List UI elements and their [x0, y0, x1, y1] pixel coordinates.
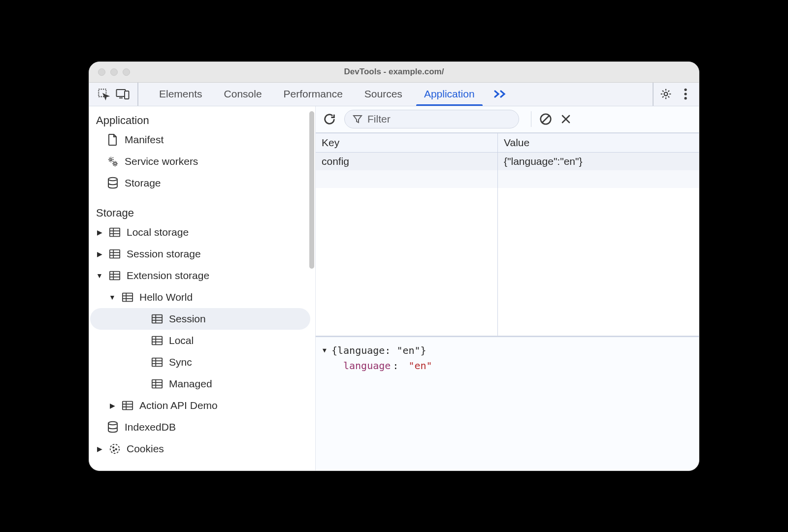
clear-all-icon[interactable] — [539, 113, 552, 125]
table-header: Key Value — [316, 133, 699, 153]
svg-point-48 — [110, 444, 119, 453]
chevron-right-icon: ▶ — [96, 228, 103, 236]
tab-console[interactable]: Console — [213, 83, 273, 106]
chevron-right-icon: ▶ — [96, 250, 103, 258]
refresh-icon[interactable] — [323, 112, 336, 126]
content-area: Application Manifest Service workers — [89, 106, 699, 470]
cell-value: {"language":"en"} — [498, 153, 699, 170]
svg-point-9 — [114, 162, 116, 165]
preview-summary-row[interactable]: ▼ {language: "en"} — [320, 343, 695, 358]
sidebar-item-local-storage[interactable]: ▶ Local storage — [89, 221, 315, 243]
sidebar-item-indexeddb[interactable]: IndexedDB — [89, 416, 315, 438]
preview-property-row[interactable]: language: "en" — [320, 358, 695, 374]
sidebar-item-manifest[interactable]: Manifest — [89, 129, 315, 151]
tabs-overflow-button[interactable] — [486, 83, 507, 106]
preview-prop-value: "en" — [408, 358, 432, 374]
sidebar-item-label: Manifest — [125, 134, 164, 146]
sidebar-item-service-workers[interactable]: Service workers — [89, 151, 315, 172]
svg-point-6 — [684, 93, 687, 95]
tab-application[interactable]: Application — [413, 83, 486, 106]
chevron-right-icon: ▶ — [109, 402, 116, 409]
settings-gear-icon[interactable] — [659, 88, 672, 100]
filter-input[interactable]: Filter — [344, 110, 519, 128]
minimize-window-button[interactable] — [110, 68, 118, 76]
cell-key — [316, 170, 498, 188]
tab-sources[interactable]: Sources — [354, 83, 413, 106]
sidebar-item-label: Service workers — [125, 156, 198, 167]
sidebar-item-label: Managed — [169, 378, 212, 390]
sidebar-item-action-api-demo[interactable]: ▶ Action API Demo — [89, 395, 315, 416]
svg-point-51 — [113, 450, 114, 451]
cell-value — [498, 170, 699, 188]
kebab-menu-icon[interactable] — [683, 88, 688, 100]
main-panel: Filter Key Value config {"l — [316, 106, 699, 470]
table-icon — [109, 270, 121, 281]
svg-rect-11 — [110, 228, 120, 236]
preview-prop-key: language — [343, 358, 391, 374]
svg-rect-35 — [152, 358, 162, 366]
column-header-key[interactable]: Key — [316, 133, 498, 152]
database-icon — [107, 177, 119, 189]
svg-rect-19 — [110, 271, 120, 280]
sidebar-item-ext-session[interactable]: Session — [90, 308, 310, 330]
svg-point-8 — [110, 158, 112, 160]
section-storage: Storage — [89, 203, 315, 221]
table-icon — [109, 249, 121, 259]
column-header-value[interactable]: Value — [498, 133, 699, 152]
svg-rect-23 — [123, 293, 132, 301]
delete-selected-icon[interactable] — [560, 113, 572, 125]
sidebar-item-ext-local[interactable]: Local — [89, 330, 315, 351]
chevron-down-icon: ▼ — [320, 345, 329, 355]
sidebar-item-label: IndexedDB — [125, 421, 176, 433]
sidebar-tree: Application Manifest Service workers — [89, 106, 315, 460]
tab-label: Application — [424, 88, 475, 100]
sidebar: Application Manifest Service workers — [89, 106, 316, 470]
sidebar-item-ext-sync[interactable]: Sync — [89, 351, 315, 373]
svg-rect-27 — [152, 314, 162, 323]
table-icon — [151, 335, 163, 346]
sidebar-item-session-storage[interactable]: ▶ Session storage — [89, 243, 315, 265]
svg-rect-31 — [152, 336, 162, 344]
inspect-element-icon[interactable] — [97, 88, 110, 100]
svg-rect-1 — [117, 90, 126, 96]
close-window-button[interactable] — [98, 68, 105, 76]
svg-point-4 — [664, 93, 668, 96]
cookie-icon — [109, 442, 121, 455]
table-row-empty[interactable] — [316, 170, 699, 188]
chevron-down-icon: ▼ — [96, 272, 103, 280]
scrollbar-thumb[interactable] — [309, 111, 314, 269]
sidebar-item-label: Hello World — [139, 291, 193, 303]
preview-summary: {language: "en"} — [331, 343, 427, 358]
filter-placeholder: Filter — [367, 113, 391, 125]
sidebar-item-hello-world[interactable]: ▼ Hello World — [89, 286, 315, 308]
tab-elements[interactable]: Elements — [148, 83, 213, 106]
table-icon — [109, 227, 121, 238]
sidebar-item-label: Extension storage — [127, 270, 209, 282]
storage-table: Key Value config {"language":"en"} — [316, 133, 699, 336]
svg-rect-15 — [110, 250, 120, 258]
storage-toolbar: Filter — [316, 106, 699, 133]
tab-label: Performance — [284, 88, 343, 100]
svg-point-10 — [108, 177, 117, 180]
table-body: config {"language":"en"} — [316, 153, 699, 188]
sidebar-item-cookies[interactable]: ▶ Cookies — [89, 438, 315, 460]
device-toolbar-icon[interactable] — [116, 88, 130, 100]
sidebar-item-label: Cookies — [127, 443, 164, 455]
table-icon — [151, 378, 163, 389]
filter-funnel-icon — [353, 114, 362, 124]
svg-rect-3 — [125, 91, 129, 99]
cell-key: config — [316, 153, 498, 170]
sidebar-item-extension-storage[interactable]: ▼ Extension storage — [89, 265, 315, 286]
sidebar-item-label: Session — [169, 313, 206, 325]
sidebar-item-ext-managed[interactable]: Managed — [89, 373, 315, 395]
database-icon — [107, 421, 119, 434]
tab-performance[interactable]: Performance — [273, 83, 354, 106]
devtools-tabbar: Elements Console Performance Sources App… — [89, 83, 699, 106]
table-filler — [316, 188, 699, 336]
table-row[interactable]: config {"language":"en"} — [316, 153, 699, 170]
document-icon — [107, 133, 119, 146]
svg-rect-43 — [123, 401, 132, 409]
zoom-window-button[interactable] — [123, 68, 130, 76]
tabbar-right-tools — [653, 83, 699, 106]
sidebar-item-storage[interactable]: Storage — [89, 172, 315, 194]
